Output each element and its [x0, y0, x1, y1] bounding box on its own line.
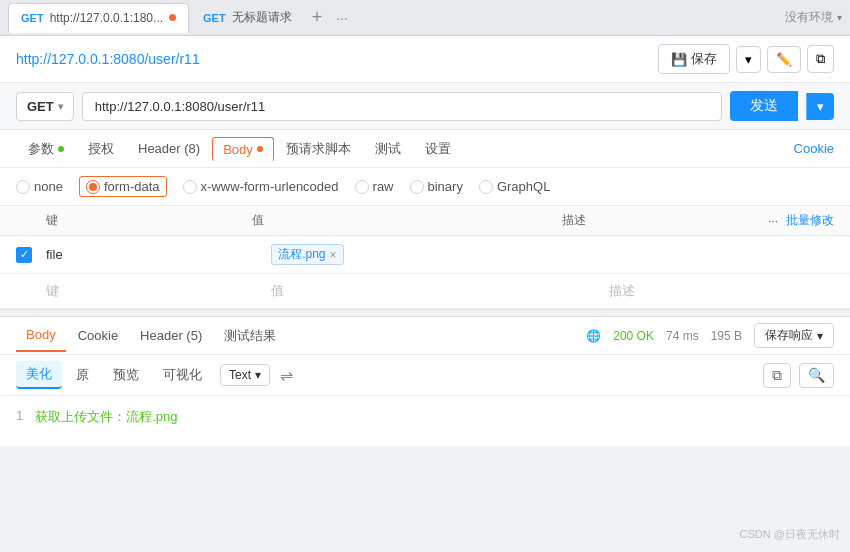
save-button[interactable]: 💾 保存 — [658, 44, 730, 74]
line-num-1: 1 — [16, 408, 23, 423]
body-type-raw-label: raw — [373, 179, 394, 194]
format-chevron: ▾ — [255, 368, 261, 382]
resp-tab-test-label: 测试结果 — [224, 328, 276, 343]
col-actions-header: ··· 批量修改 — [768, 212, 834, 229]
response-time: 74 ms — [666, 329, 699, 343]
wrap-button[interactable]: ⇌ — [274, 364, 299, 387]
table-header: 键 值 描述 ··· 批量修改 — [0, 206, 850, 236]
tab-params[interactable]: 参数 — [16, 132, 76, 166]
tab-1-url: http://127.0.0.1:180... — [50, 11, 163, 25]
send-dropdown-button[interactable]: ▾ — [806, 93, 834, 120]
send-button[interactable]: 发送 — [730, 91, 798, 121]
tab-tests[interactable]: 测试 — [363, 132, 413, 166]
tab-body-dot — [257, 146, 263, 152]
add-tab-button[interactable]: + — [306, 7, 329, 28]
resp-tab-test[interactable]: 测试结果 — [214, 319, 286, 353]
resp-right-icons: ⧉ 🔍 — [763, 363, 834, 388]
raw-button[interactable]: 原 — [66, 362, 99, 388]
body-type-graphql[interactable]: GraphQL — [479, 179, 550, 194]
request-bar: GET ▾ 发送 ▾ — [0, 83, 850, 130]
save-dropdown-button[interactable]: ▾ — [736, 46, 761, 73]
more-icon[interactable]: ··· — [768, 214, 778, 228]
nav-tabs: 参数 授权 Header (8) Body 预请求脚本 测试 设置 Cookie — [0, 130, 850, 168]
file-badge-remove[interactable]: × — [330, 248, 337, 262]
row1-check[interactable]: ✓ — [16, 247, 46, 263]
params-table: 键 值 描述 ··· 批量修改 ✓ file 流程.png × 键 值 描述 — [0, 206, 850, 309]
method-select[interactable]: GET ▾ — [16, 92, 74, 121]
col-val-header: 值 — [252, 212, 561, 229]
radio-none — [16, 180, 30, 194]
tab-settings-label: 设置 — [425, 140, 451, 158]
body-type-formdata[interactable]: form-data — [79, 176, 167, 197]
tab-auth[interactable]: 授权 — [76, 132, 126, 166]
tab-2-url: 无标题请求 — [232, 9, 292, 26]
response-size: 195 B — [711, 329, 742, 343]
radio-urlencoded — [183, 180, 197, 194]
row1-key[interactable]: file — [46, 247, 271, 262]
checkbox-row1[interactable]: ✓ — [16, 247, 32, 263]
status-ok: 200 OK — [613, 329, 654, 343]
col-key-header: 键 — [46, 212, 252, 229]
resp-tab-header-label: Header (5) — [140, 328, 202, 343]
visualize-label: 可视化 — [163, 367, 202, 382]
save-response-chevron: ▾ — [817, 329, 823, 343]
tab-2[interactable]: GET 无标题请求 — [191, 3, 304, 33]
tab-params-label: 参数 — [28, 140, 54, 158]
search-response-button[interactable]: 🔍 — [799, 363, 834, 388]
tab-body-label: Body — [223, 142, 253, 157]
tab-1[interactable]: GET http://127.0.0.1:180... — [8, 3, 189, 33]
visualize-button[interactable]: 可视化 — [153, 362, 212, 388]
tab-settings[interactable]: 设置 — [413, 132, 463, 166]
url-display: http://127.0.0.1:8080/user/r11 — [16, 51, 200, 67]
tab-tests-label: 测试 — [375, 140, 401, 158]
radio-graphql — [479, 180, 493, 194]
save-label: 保存 — [691, 50, 717, 68]
cookie-link[interactable]: Cookie — [794, 141, 834, 156]
env-select[interactable]: 没有环境 ▾ — [785, 9, 842, 26]
tab-1-dot — [169, 14, 176, 21]
body-type-formdata-label: form-data — [104, 179, 160, 194]
placeholder-val[interactable]: 值 — [271, 282, 609, 300]
placeholder-desc[interactable]: 描述 — [609, 282, 834, 300]
row1-value: 流程.png × — [271, 244, 609, 265]
save-response-label: 保存响应 — [765, 327, 813, 344]
tab-1-method: GET — [21, 12, 44, 24]
radio-binary — [410, 180, 424, 194]
tab-prereq[interactable]: 预请求脚本 — [274, 132, 363, 166]
file-badge: 流程.png × — [271, 244, 343, 265]
body-type-binary[interactable]: binary — [410, 179, 463, 194]
radio-formdata-inner — [89, 183, 97, 191]
beautify-label: 美化 — [26, 366, 52, 381]
resp-tab-cookie[interactable]: Cookie — [68, 320, 128, 351]
body-type-bar: none form-data x-www-form-urlencoded raw… — [0, 168, 850, 206]
save-icon: 💾 — [671, 52, 687, 67]
file-name: 流程.png — [278, 246, 325, 263]
body-type-raw[interactable]: raw — [355, 179, 394, 194]
url-input[interactable] — [82, 92, 722, 121]
tab-header[interactable]: Header (8) — [126, 133, 212, 164]
col-desc-header: 描述 — [562, 212, 768, 229]
bulk-edit-label[interactable]: 批量修改 — [786, 212, 834, 229]
placeholder-key[interactable]: 键 — [46, 282, 271, 300]
url-actions: 💾 保存 ▾ ✏️ ⧉ — [658, 44, 834, 74]
save-response-button[interactable]: 保存响应 ▾ — [754, 323, 834, 348]
resp-tab-body-label: Body — [26, 327, 56, 342]
beautify-button[interactable]: 美化 — [16, 361, 62, 389]
copy-response-button[interactable]: ⧉ — [763, 363, 791, 388]
preview-button[interactable]: 预览 — [103, 362, 149, 388]
raw-label: 原 — [76, 367, 89, 382]
body-type-none[interactable]: none — [16, 179, 63, 194]
body-type-urlencoded[interactable]: x-www-form-urlencoded — [183, 179, 339, 194]
resp-tab-cookie-label: Cookie — [78, 328, 118, 343]
url-bar: http://127.0.0.1:8080/user/r11 💾 保存 ▾ ✏️… — [0, 36, 850, 83]
resp-tab-header[interactable]: Header (5) — [130, 320, 212, 351]
copy-button[interactable]: ⧉ — [807, 45, 834, 73]
globe-icon: 🌐 — [586, 329, 601, 343]
more-tabs-button[interactable]: ··· — [330, 10, 354, 26]
radio-raw — [355, 180, 369, 194]
format-select[interactable]: Text ▾ — [220, 364, 270, 386]
edit-button[interactable]: ✏️ — [767, 46, 801, 73]
placeholder-check — [16, 282, 46, 300]
resp-tab-body[interactable]: Body — [16, 319, 66, 352]
tab-body[interactable]: Body — [212, 137, 274, 161]
